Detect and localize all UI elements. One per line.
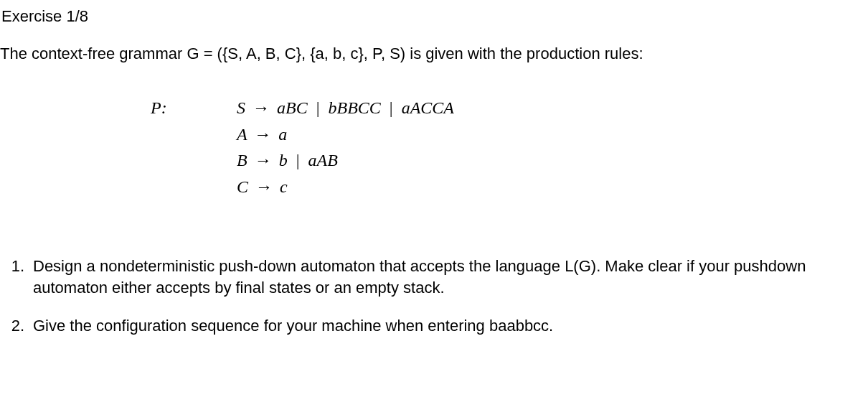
- question-number: 2.: [7, 315, 33, 337]
- question-number: 1.: [7, 256, 33, 298]
- rule-b: B → b | aAB: [237, 149, 454, 172]
- pipe-separator: |: [385, 98, 397, 117]
- pipe-separator: |: [312, 98, 324, 117]
- question-item: 2. Give the configuration sequence for y…: [7, 315, 868, 337]
- rule-a: A → a: [237, 123, 454, 146]
- rule-c: C → c: [237, 175, 454, 198]
- rule-s: S → aBC | bBBCC | aACCA: [237, 96, 454, 119]
- rule-b-lhs: B: [237, 151, 247, 169]
- rules-body: S → aBC | bBBCC | aACCA A → a B → b | aA…: [237, 96, 454, 198]
- rule-c-rhs: c: [280, 177, 288, 196]
- arrow-icon: →: [252, 151, 275, 169]
- exercise-title: Exercise 1/8: [0, 6, 868, 27]
- question-text: Give the configuration sequence for your…: [33, 315, 868, 337]
- rule-b-rhs2: aAB: [308, 151, 337, 169]
- arrow-icon: →: [250, 98, 273, 117]
- rule-s-rhs3: aACCA: [402, 98, 454, 117]
- production-rules-block: P: S → aBC | bBBCC | aACCA A → a B → b |…: [0, 96, 868, 198]
- intro-text: The context-free grammar G = ({S, A, B, …: [0, 43, 868, 65]
- question-item: 1. Design a nondeterministic push-down a…: [7, 256, 868, 298]
- rule-s-rhs1: aBC: [277, 98, 308, 117]
- rule-b-rhs1: b: [279, 151, 288, 169]
- rule-a-lhs: A: [237, 125, 247, 144]
- rule-c-lhs: C: [237, 177, 248, 196]
- arrow-icon: →: [251, 125, 274, 144]
- rules-label: P:: [151, 96, 237, 198]
- rule-s-lhs: S: [237, 98, 245, 117]
- question-list: 1. Design a nondeterministic push-down a…: [0, 256, 868, 337]
- rule-a-rhs: a: [278, 125, 287, 144]
- question-text: Design a nondeterministic push-down auto…: [33, 256, 868, 298]
- pipe-separator: |: [292, 151, 304, 169]
- rule-s-rhs2: bBBCC: [328, 98, 380, 117]
- arrow-icon: →: [253, 177, 275, 196]
